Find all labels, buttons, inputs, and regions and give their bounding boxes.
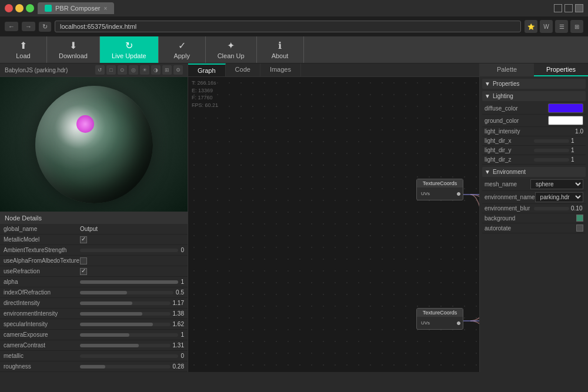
toolbar-apply-label: Apply (173, 52, 190, 59)
use-alpha-checkbox[interactable] (80, 257, 87, 264)
node-property-direct-intensity: directIntensity 1.17 (0, 298, 188, 309)
cleanup-icon: ✦ (227, 40, 235, 51)
tab-graph[interactable]: Graph (188, 63, 226, 76)
lighting-section-header[interactable]: ▼ Lighting (482, 91, 586, 101)
tab-images[interactable]: Images (260, 63, 301, 76)
viewport-ctrl-8[interactable]: ⚙ (173, 65, 183, 75)
tab-code[interactable]: Code (226, 63, 260, 76)
browser-chrome: PBR Composer × ← → ↻ ⭐ W ☰ ⊞ (0, 0, 588, 36)
node-details-header: Node Details (0, 212, 188, 224)
specular-slider[interactable] (80, 323, 171, 326)
light-dir-y-row: light_dir_y 1 (482, 146, 586, 155)
roughness-slider[interactable] (80, 365, 171, 368)
diffuse-color-swatch[interactable] (548, 103, 583, 113)
node-property-ior: indexOfRefraction 0.5 (0, 287, 188, 298)
properties-section-header[interactable]: ▼ Properties (482, 79, 586, 89)
lighting-section: ▼ Lighting diffuse_color ground_color li… (482, 91, 586, 165)
browser-title-bar: PBR Composer × (0, 0, 588, 16)
right-panel: Palette Properties ▼ Properties ▼ Lighti… (479, 63, 588, 372)
tab-palette[interactable]: Palette (480, 63, 534, 76)
light-intensity-row: light_intensity 1.0 (482, 127, 586, 136)
viewport-ctrl-4[interactable]: ◎ (129, 65, 138, 75)
node-property-cam-contrast: cameraContrast 1.31 (0, 340, 188, 351)
mesh-name-select[interactable]: sphere (530, 179, 583, 189)
viewport-title: BabylonJS (parking.hdr) (5, 67, 68, 73)
nav-refresh-btn[interactable]: ↻ (39, 22, 51, 32)
toolbar-cleanup-btn[interactable]: ✦ Clean Up (206, 36, 257, 63)
metallic-model-checkbox[interactable] (80, 236, 87, 243)
toolbar-download-btn[interactable]: ⬇ Download (47, 36, 100, 63)
env-intensity-slider[interactable] (80, 312, 171, 316)
browser-minimize-btn[interactable] (15, 4, 24, 12)
center-tabs: Graph Code Images (188, 63, 479, 77)
viewport-ctrl-6[interactable]: ◑ (151, 65, 161, 75)
texcoords1-title: TextureCoords (417, 179, 463, 187)
browser-action-1[interactable]: ⭐ (524, 20, 537, 33)
toolbar-apply-btn[interactable]: ✓ Apply (159, 36, 206, 63)
metallic-slider[interactable] (80, 354, 178, 358)
load-icon: ⬆ (19, 40, 27, 51)
browser-action-3[interactable]: ☰ (555, 20, 568, 33)
toolbar-cleanup-label: Clean Up (218, 52, 245, 59)
cam-exposure-slider[interactable] (80, 333, 178, 337)
browser-action-2[interactable]: W (540, 20, 553, 33)
browser-close-btn[interactable] (5, 4, 13, 12)
refraction-checkbox[interactable] (80, 268, 87, 275)
viewport-canvas[interactable] (0, 77, 188, 212)
toolbar-about-btn[interactable]: ℹ About (257, 36, 304, 63)
browser-maximize-btn[interactable] (26, 4, 34, 12)
node-property-specular: specularIntensity 1.62 (0, 319, 188, 330)
browser-address-bar: ← → ↻ ⭐ W ☰ ⊞ (0, 16, 588, 36)
viewport-ctrl-1[interactable]: ↺ (95, 65, 105, 75)
window-minimize-icon[interactable] (554, 4, 562, 12)
viewport-ctrl-2[interactable]: □ (106, 65, 116, 75)
texcoords1-node[interactable]: TextureCoords UVs (416, 179, 463, 200)
background-checkbox[interactable] (576, 215, 583, 222)
toolbar-live-update-btn[interactable]: ↻ Live Update (100, 36, 159, 63)
viewport-ctrl-3[interactable]: ⊙ (118, 65, 127, 75)
light-dir-z-slider[interactable] (534, 158, 569, 162)
center-panel: Graph Code Images T: 266.16s E: 13369 F:… (188, 63, 479, 372)
env-name-row: environment_name parking.hdr (482, 191, 586, 204)
browser-tab[interactable]: PBR Composer × (38, 2, 114, 14)
env-blur-row: environment_blur 0.10 (482, 204, 586, 213)
apply-icon: ✓ (178, 40, 186, 51)
live-update-icon: ↻ (125, 40, 133, 51)
toolbar-load-btn[interactable]: ⬆ Load (0, 36, 47, 63)
tab-properties[interactable]: Properties (534, 63, 588, 76)
browser-tab-close[interactable]: × (103, 5, 107, 12)
alpha-slider[interactable] (80, 280, 178, 284)
node-property-ambient-strength: AmbientTextureStrength 0 (0, 245, 188, 256)
ground-color-swatch[interactable] (548, 116, 583, 125)
tab-color-indicator (45, 5, 52, 12)
environment-section: ▼ Environment mesh_name sphere environme… (482, 167, 586, 233)
nav-forward-btn[interactable]: → (22, 22, 35, 31)
nav-back-btn[interactable]: ← (5, 22, 18, 31)
graph-area[interactable]: T: 266.16s E: 13369 F: 17760 FPS: 60.21 (188, 77, 479, 372)
viewport-ctrl-7[interactable]: ⊞ (162, 65, 172, 75)
env-name-select[interactable]: parking.hdr (535, 192, 583, 202)
texcoords2-node[interactable]: TextureCoords UVs (416, 308, 463, 330)
ambient-strength-slider[interactable] (80, 249, 178, 252)
direct-slider[interactable] (80, 301, 171, 305)
window-close-icon[interactable] (575, 4, 583, 12)
ior-slider[interactable] (80, 291, 173, 294)
environment-section-header[interactable]: ▼ Environment (482, 167, 586, 177)
properties-expand-icon: ▼ (485, 81, 490, 87)
viewport-ctrl-5[interactable]: ☀ (140, 65, 149, 75)
autorotate-row: autorotate (482, 223, 586, 233)
address-input[interactable] (55, 21, 521, 32)
window-restore-icon[interactable] (564, 4, 573, 12)
light-dir-x-slider[interactable] (534, 139, 569, 143)
light-dir-y-slider[interactable] (534, 149, 569, 152)
autorotate-checkbox[interactable] (576, 225, 583, 232)
ground-color-row: ground_color (482, 115, 586, 127)
cam-contrast-slider[interactable] (80, 344, 171, 347)
node-property-alpha: alpha 1 (0, 277, 188, 287)
background-row: background (482, 213, 586, 223)
properties-label: Properties (493, 81, 520, 87)
browser-action-4[interactable]: ⊞ (570, 20, 583, 33)
node-details-panel: Node Details global_name Output Metallic… (0, 212, 188, 372)
texcoords2-title: TextureCoords (417, 309, 463, 317)
env-blur-slider[interactable] (534, 207, 569, 210)
